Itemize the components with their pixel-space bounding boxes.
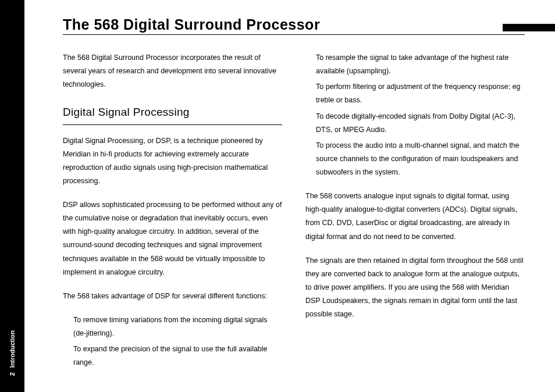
function-item-2: To expand the precision of the signal to… (73, 343, 282, 369)
left-column: The 568 Digital Surround Processor incor… (63, 51, 282, 372)
page-content: The 568 Digital Surround Processor The 5… (24, 0, 555, 392)
function-item-6: To process the audio into a multi-channe… (316, 139, 525, 179)
function-item-1: To remove timing variations from the inc… (73, 313, 282, 340)
function-item-5: To decode digitally-encoded signals from… (316, 110, 525, 137)
sidebar-label: Introduction 2 (0, 330, 24, 380)
function-list-left: To remove timing variations from the inc… (63, 313, 282, 370)
right-paragraph-1: The 568 converts analogue input signals … (305, 190, 525, 244)
function-item-4: To perform filtering or adjustment of th… (316, 80, 525, 107)
dsp-paragraph-1: Digital Signal Processing, or DSP, is a … (63, 134, 282, 188)
intro-paragraph: The 568 Digital Surround Processor incor… (63, 51, 282, 91)
right-paragraph-2: The signals are then retained in digital… (305, 254, 525, 322)
title-bar: The 568 Digital Surround Processor (63, 16, 525, 35)
page-title: The 568 Digital Surround Processor (63, 16, 320, 33)
sidebar-page-number: 2 (9, 372, 16, 376)
sidebar-section: Introduction (9, 330, 16, 368)
title-accent-block (503, 24, 555, 31)
dsp-paragraph-3: The 568 takes advantage of DSP for sever… (63, 290, 282, 303)
function-item-3: To resample the signal to take advantage… (316, 51, 525, 78)
dsp-paragraph-2: DSP allows sophisticated processing to b… (63, 198, 282, 279)
sub-heading-dsp: Digital Signal Processing (63, 102, 282, 124)
function-list-right: To resample the signal to take advantage… (305, 51, 525, 179)
sidebar-black-bar: Introduction 2 (0, 0, 24, 392)
right-column: To resample the signal to take advantage… (305, 51, 525, 372)
two-column-layout: The 568 Digital Surround Processor incor… (63, 51, 525, 372)
